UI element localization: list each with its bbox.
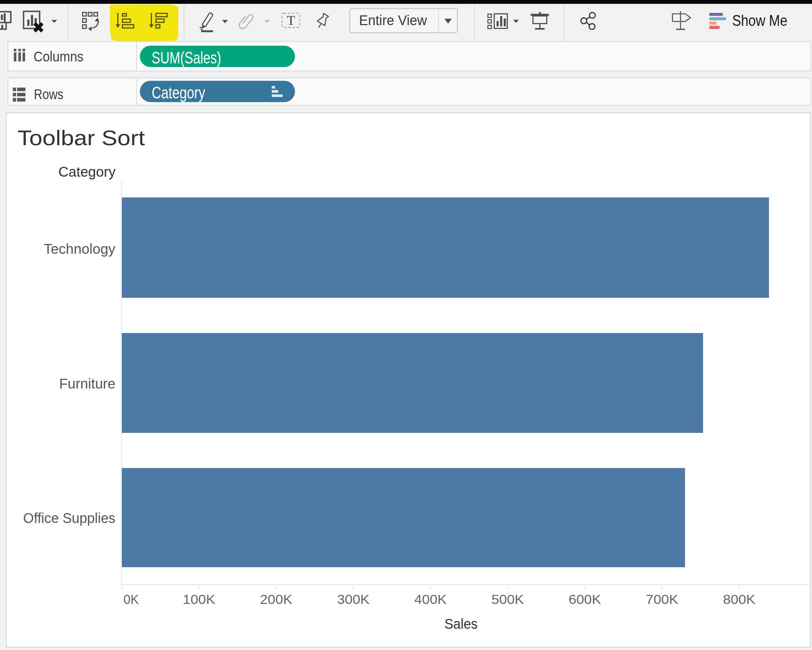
svg-text:800K: 800K xyxy=(723,592,756,607)
svg-text:Category: Category xyxy=(58,164,116,180)
svg-text:Sales: Sales xyxy=(444,616,478,632)
svg-text:700K: 700K xyxy=(646,592,678,607)
svg-text:Furniture: Furniture xyxy=(59,375,115,392)
svg-text:Entire View: Entire View xyxy=(359,12,427,28)
svg-text:Technology: Technology xyxy=(44,241,115,257)
svg-text:0K: 0K xyxy=(124,592,139,607)
svg-text:T: T xyxy=(287,13,295,27)
svg-text:300K: 300K xyxy=(337,592,369,607)
svg-text:100K: 100K xyxy=(183,592,215,607)
svg-text:Columns: Columns xyxy=(34,49,84,65)
svg-text:Office Supplies: Office Supplies xyxy=(23,510,115,526)
svg-text:Show Me: Show Me xyxy=(733,12,788,29)
svg-text:Rows: Rows xyxy=(34,86,64,102)
svg-text:Category: Category xyxy=(151,83,205,102)
svg-text:200K: 200K xyxy=(260,592,292,607)
svg-text:Toolbar Sort: Toolbar Sort xyxy=(17,126,145,150)
svg-text:500K: 500K xyxy=(491,592,524,607)
svg-text:SUM(Sales): SUM(Sales) xyxy=(151,48,221,67)
svg-text:400K: 400K xyxy=(414,592,447,607)
svg-text:600K: 600K xyxy=(569,592,601,607)
